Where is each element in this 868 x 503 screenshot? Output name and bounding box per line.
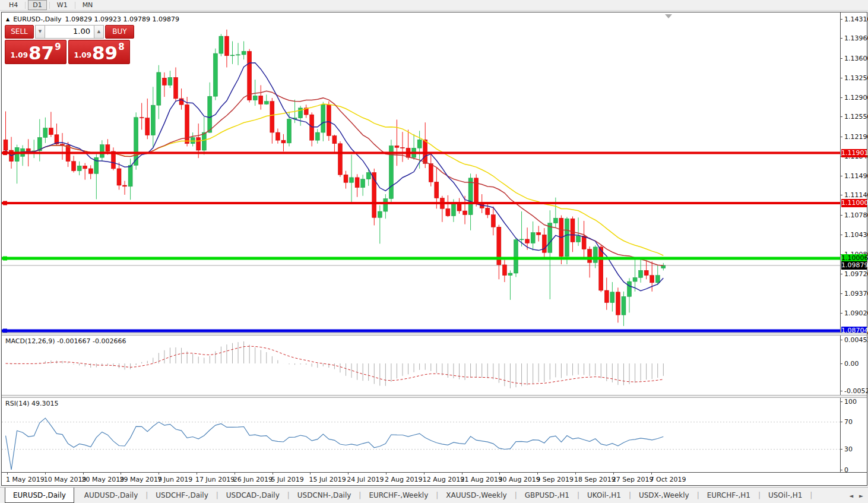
axis-tick-mark [841,293,842,294]
axis-tick-mark [841,313,842,314]
one-click-trading-panel: SELL ▼ 1.00 ▲ BUY 1.09 87 9 [5,25,134,64]
time-tick-mark [613,473,614,474]
time-tick-label: 7 Oct 2019 [650,476,686,483]
chart-tab-eurchf-h1[interactable]: EURCHF-,H1 [699,488,758,503]
axis-tick-label: 1.13600 [844,55,868,62]
axis-tick-label: -0.005205 [844,387,868,395]
time-tick-mark [235,473,235,474]
axis-tick-mark [841,235,842,235]
price-scale[interactable]: 1.143101.139601.136001.132501.129001.125… [841,12,867,472]
time-tick-label: 15 Jul 2019 [309,476,346,483]
volume-increase-button[interactable]: ▲ [94,25,104,39]
axis-tick-label: 1.10780 [844,211,868,219]
axis-tick-label: 1.12900 [844,94,868,102]
axis-tick-mark [841,401,842,402]
axis-tick-mark [841,391,842,391]
axis-tick-mark [841,116,842,117]
sell-price-sup: 9 [55,42,61,52]
axis-tick-label: 1.11140 [844,191,868,199]
axis-tick-label: 1.12550 [844,113,868,121]
buy-price-button[interactable]: 1.09 89 8 [68,40,130,64]
chart-tab-usdcnh-daily[interactable]: USDCNH-,Daily [290,488,359,503]
chart-tabs-bar: EURUSD-,DailyAUDUSD-,Daily|USDCHF-,Daily… [0,487,868,503]
axis-tick-label: 1.09720 [844,270,868,278]
axis-tick-label: 0.00 [844,360,859,368]
time-tick-label: 17 Jun 2019 [195,476,235,483]
chart-tab-usdchf-daily[interactable]: USDCHF-,Daily [148,488,216,503]
chart-tab-ukoil-h1[interactable]: UKOil-,H1 [579,488,629,503]
buy-price-sup: 8 [118,42,124,52]
chart-shift-marker-icon[interactable] [665,14,672,18]
time-tick-mark [197,473,197,474]
time-tick-mark [348,473,349,474]
axis-tick-label: 1.11490 [844,172,868,180]
axis-tick-mark [841,274,842,274]
axis-tick-label: 1.12190 [844,133,868,141]
axis-tick-label: 1.10430 [844,231,868,239]
trading-terminal: H4D1W1MN ▲ EURUSD-,Daily 1.09829 1.09923… [0,0,868,503]
tab-scroll-arrows: ◄► [849,488,863,503]
timeframe-button-w1[interactable]: W1 [52,0,72,10]
time-tick-mark [310,473,311,474]
axis-tick-mark [841,422,842,422]
price-line-flag: 1.11000 [841,199,867,207]
axis-tick-label: 0.004536 [844,336,868,344]
sell-price-button[interactable]: 1.09 87 9 [5,40,66,64]
collapse-arrow-icon[interactable]: ▲ [6,17,9,22]
time-tick-label: 2 Aug 2019 [385,476,422,483]
time-tick-label: 30 Aug 2019 [498,476,540,483]
pane-splitter[interactable] [2,333,867,336]
time-tick-label: 29 May 2019 [119,476,162,483]
axis-tick-mark [841,470,842,470]
volume-stepper: ▼ 1.00 ▲ [35,25,104,39]
chart-tab-usoil-h1[interactable]: USOil-,H1 [761,488,810,503]
pane-splitter[interactable] [2,395,867,398]
chart-tab-usdcad-daily[interactable]: USDCAD-,Daily [218,488,287,503]
time-tick-label: 1 May 2019 [6,476,45,483]
buy-price-small: 1.09 [74,51,91,59]
time-tick-label: 10 May 2019 [44,476,87,483]
axis-tick-mark [841,58,842,59]
chart-tab-gbpusd-h1[interactable]: GBPUSD-,H1 [517,488,577,503]
time-tick-mark [499,473,500,474]
axis-tick-mark [841,363,842,364]
axis-tick-label: 1.13250 [844,74,868,82]
sell-price-big: 87 [28,44,54,62]
timeframe-button-mn[interactable]: MN [78,0,98,10]
time-tick-mark [7,473,8,474]
chart-tab-usdx-weekly[interactable]: USDX-,Weekly [631,488,697,503]
current-price-flag: 1.09879 [841,261,867,270]
volume-decrease-button[interactable]: ▼ [35,25,45,39]
axis-tick-mark [841,137,842,137]
buy-button[interactable]: BUY [105,25,134,39]
time-tick-label: 9 Sep 2019 [536,476,574,483]
chart-tab-audusd-daily[interactable]: AUDUSD-,Daily [77,488,145,503]
sell-price-small: 1.09 [10,51,28,59]
timeframe-button-d1[interactable]: D1 [28,0,46,10]
sell-button[interactable]: SELL [5,25,34,39]
tab-scroll-right-icon[interactable]: ► [859,493,863,499]
tab-separator: | [810,488,812,503]
chart-ohlc-values: 1.09829 1.09923 1.09789 1.09879 [65,15,179,23]
time-tick-label: 5 Jul 2019 [271,476,304,483]
chart-tab-eurchf-weekly[interactable]: EURCHF-,Weekly [361,488,436,503]
axis-tick-mark [841,195,842,195]
axis-tick-label: 1.14310 [844,15,868,23]
time-scale[interactable]: 1 May 201910 May 201920 May 201929 May 2… [2,473,867,485]
axis-tick-mark [841,97,842,98]
axis-tick-label: 30 [844,445,853,453]
time-tick-label: 20 May 2019 [82,476,125,483]
price-chart-canvas[interactable] [2,12,867,472]
axis-tick-mark [841,19,842,20]
time-tick-label: 27 Sep 2019 [612,476,654,483]
chart-window: ▲ EURUSD-,Daily 1.09829 1.09923 1.09789 … [1,12,867,486]
time-tick-mark [121,473,121,474]
chart-tab-eurusd-daily[interactable]: EURUSD-,Daily [5,488,74,503]
chart-symbol-label: EURUSD-,Daily [13,15,61,23]
toolbar-separator [49,2,50,9]
volume-input[interactable]: 1.00 [45,25,94,39]
axis-tick-mark [841,38,842,39]
chart-tab-xauusd-weekly[interactable]: XAUUSD-,Weekly [438,488,514,503]
tab-scroll-left-icon[interactable]: ◄ [849,493,853,499]
timeframe-button-h4[interactable]: H4 [4,0,23,10]
